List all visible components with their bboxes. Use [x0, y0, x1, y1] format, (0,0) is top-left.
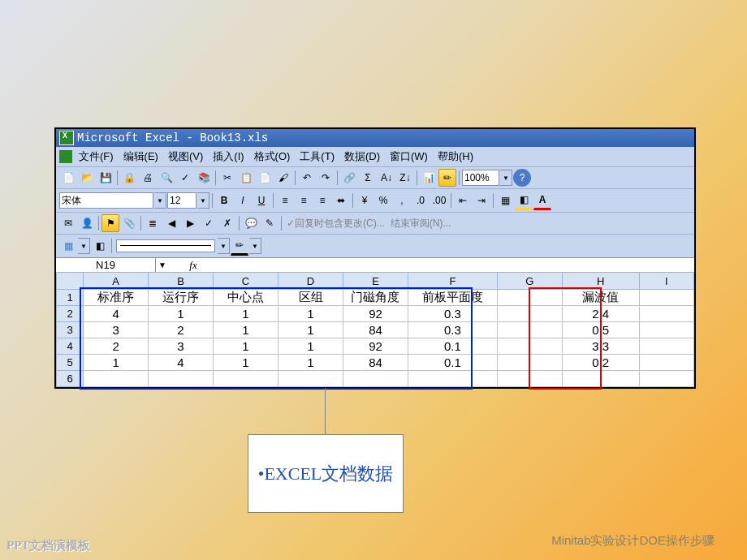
line-style-select[interactable] [116, 239, 215, 252]
cell[interactable] [497, 306, 562, 322]
decrease-indent-icon[interactable]: ⇤ [454, 192, 472, 209]
ink-icon[interactable]: ✎ [261, 214, 279, 232]
cell[interactable]: 1 [279, 306, 343, 322]
cell[interactable] [497, 355, 562, 371]
menu-tools[interactable]: 工具(T) [296, 149, 338, 165]
print-icon[interactable]: 🖨 [139, 169, 157, 187]
cell[interactable]: 1 [214, 322, 279, 338]
currency-icon[interactable]: ¥ [356, 192, 374, 209]
merge-center-icon[interactable]: ⬌ [332, 192, 350, 209]
fill-color-icon[interactable]: ◧ [515, 191, 533, 210]
row-header-2[interactable]: 2 [57, 306, 84, 322]
hyperlink-icon[interactable]: 🔗 [340, 169, 358, 187]
cell[interactable] [84, 371, 149, 387]
fx-icon[interactable]: fx [169, 259, 218, 272]
cell[interactable]: 0.2 [562, 355, 639, 371]
cell[interactable]: 3.3 [562, 338, 639, 355]
cell[interactable]: 1 [214, 338, 279, 355]
cell[interactable]: 漏波值 [562, 290, 639, 306]
line-style-dropdown[interactable]: ▼ [218, 238, 230, 254]
chart-icon[interactable]: 📊 [420, 169, 438, 187]
cell[interactable]: 1 [279, 338, 343, 355]
accept-icon[interactable]: ✓ [200, 214, 218, 232]
align-right-icon[interactable]: ≡ [313, 192, 331, 209]
menu-window[interactable]: 窗口(W) [386, 149, 431, 165]
row-header-6[interactable]: 6 [57, 371, 84, 387]
cell[interactable]: 0.3 [408, 322, 497, 338]
prev-change-icon[interactable]: ◀ [162, 214, 180, 232]
undo-icon[interactable]: ↶ [298, 169, 316, 187]
col-header-E[interactable]: E [343, 273, 408, 290]
percent-icon[interactable]: % [374, 192, 392, 209]
drawing-icon[interactable]: ✏ [438, 169, 456, 187]
cell[interactable] [279, 371, 343, 387]
cell[interactable]: 4 [84, 306, 149, 322]
menu-help[interactable]: 帮助(H) [434, 149, 477, 165]
increase-decimal-icon[interactable]: .0 [412, 192, 430, 209]
col-header-C[interactable]: C [214, 273, 279, 290]
cell[interactable] [497, 322, 562, 338]
cell[interactable] [214, 371, 279, 387]
increase-indent-icon[interactable]: ⇥ [473, 192, 490, 209]
cell[interactable]: 84 [343, 322, 408, 338]
align-left-icon[interactable]: ≡ [276, 192, 294, 209]
comma-icon[interactable]: , [393, 192, 411, 209]
row-header-1[interactable]: 1 [57, 290, 84, 306]
align-center-icon[interactable]: ≡ [295, 192, 313, 209]
col-header-B[interactable]: B [149, 273, 214, 290]
name-box[interactable]: N19 [56, 258, 156, 272]
line-color-icon[interactable]: ✏ [231, 236, 248, 256]
research-icon[interactable]: 📚 [195, 169, 213, 187]
col-header-D[interactable]: D [279, 273, 343, 290]
permission-icon[interactable]: 🔒 [120, 169, 138, 187]
cell[interactable]: 1 [84, 355, 149, 371]
zoom-input[interactable] [462, 170, 499, 186]
cell[interactable] [149, 371, 214, 387]
italic-icon[interactable]: I [234, 192, 252, 209]
menu-insert[interactable]: 插入(I) [209, 149, 247, 165]
cell[interactable] [639, 355, 693, 371]
reply-changes-button[interactable]: ✓ 回复时包含更改(C)... [284, 214, 387, 232]
cell[interactable]: 4 [149, 355, 214, 371]
cell[interactable]: 1 [214, 306, 279, 322]
row-header-3[interactable]: 3 [57, 322, 84, 338]
cell[interactable] [497, 290, 562, 306]
cell[interactable]: 2 [149, 322, 214, 338]
font-size-select[interactable] [167, 192, 196, 209]
cell[interactable] [343, 371, 408, 387]
cell[interactable]: 84 [343, 355, 408, 371]
open-icon[interactable]: 📂 [78, 169, 96, 187]
col-header-G[interactable]: G [497, 273, 562, 290]
cell[interactable]: 92 [343, 306, 408, 322]
comment-icon[interactable]: 💬 [242, 214, 260, 232]
cell[interactable]: 区组 [279, 290, 343, 306]
show-changes-icon[interactable]: ≣ [144, 214, 162, 232]
cell[interactable] [497, 338, 562, 355]
cell[interactable]: 门磁角度 [343, 290, 408, 306]
font-name-dropdown[interactable]: ▼ [154, 192, 166, 209]
end-review-button[interactable]: 结束审阅(N)... [388, 214, 454, 232]
cut-icon[interactable]: ✂ [218, 169, 236, 187]
font-size-dropdown[interactable]: ▼ [197, 192, 209, 209]
cell[interactable]: 0.5 [562, 322, 639, 338]
cell[interactable]: 0.1 [408, 355, 497, 371]
borders-icon[interactable]: ▦ [496, 192, 514, 209]
formula-bar[interactable] [218, 265, 694, 266]
menu-view[interactable]: 视图(V) [165, 149, 206, 165]
menu-data[interactable]: 数据(D) [341, 149, 383, 165]
cell[interactable]: 标准序 [84, 290, 149, 306]
cell[interactable]: 1 [279, 322, 343, 338]
autosum-icon[interactable]: Σ [359, 169, 377, 187]
erase-border-icon[interactable]: ◧ [91, 237, 109, 255]
cell[interactable]: 运行序 [149, 290, 214, 306]
line-color-dropdown[interactable]: ▼ [249, 238, 261, 254]
bold-icon[interactable]: B [215, 192, 233, 209]
flag-icon[interactable]: ⚑ [101, 214, 119, 232]
recipient-icon[interactable]: 👤 [78, 214, 96, 232]
col-header-H[interactable]: H [562, 273, 639, 290]
cell[interactable]: 92 [343, 338, 408, 355]
insert-file-icon[interactable]: 📎 [120, 214, 138, 232]
menu-format[interactable]: 格式(O) [251, 149, 294, 165]
cell[interactable]: 2 [84, 338, 149, 355]
font-color-icon[interactable]: A [533, 191, 551, 210]
